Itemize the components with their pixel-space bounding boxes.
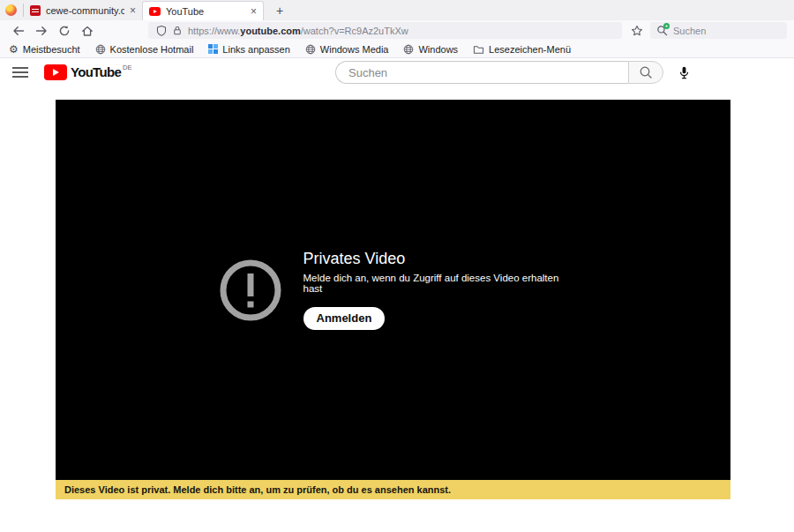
url-prefix: https://www. <box>188 26 240 36</box>
reload-button[interactable] <box>53 22 76 40</box>
browser-window: cewe-community.com/forum/ × YouTube × + … <box>0 0 794 532</box>
firefox-icon[interactable] <box>5 4 17 16</box>
lock-icon <box>172 25 183 36</box>
forward-button[interactable] <box>30 22 53 40</box>
youtube-masthead: YouTube DE <box>0 58 794 86</box>
navigation-toolbar: https://www.youtube.com/watch?v=Rc9Az2uT… <box>0 20 794 41</box>
gear-icon: ⚙ <box>9 44 19 55</box>
close-icon[interactable]: × <box>251 6 257 17</box>
player-error-message: Privates Video Melde dich an, wenn du Zu… <box>303 250 568 330</box>
close-icon[interactable]: × <box>130 5 136 16</box>
youtube-play-icon <box>44 64 67 80</box>
search-placeholder: Suchen <box>673 26 706 36</box>
url-text: https://www.youtube.com/watch?v=Rc9Az2uT… <box>188 26 408 36</box>
globe-icon <box>305 44 316 55</box>
windows-tiles-icon <box>208 44 218 54</box>
tab-cewe-community[interactable]: cewe-community.com/forum/ × <box>24 0 142 20</box>
shield-icon <box>156 25 167 36</box>
add-engine-badge: + <box>663 23 670 29</box>
microphone-icon <box>678 66 691 79</box>
video-player[interactable]: Privates Video Melde dich an, wenn du Zu… <box>56 100 730 480</box>
back-button[interactable] <box>7 22 30 40</box>
search-icon <box>639 65 653 79</box>
bookmark-label: Meistbesucht <box>23 44 80 55</box>
bookmark-links-anpassen[interactable]: Links anpassen <box>208 44 289 55</box>
youtube-search-button[interactable] <box>628 61 663 84</box>
exclamation-circle-icon <box>219 259 282 322</box>
bookmark-label: Links anpassen <box>222 44 289 55</box>
signin-button[interactable]: Anmelden <box>303 307 386 330</box>
bookmark-label: Lesezeichen-Menü <box>489 44 571 55</box>
error-title: Privates Video <box>303 250 568 268</box>
bookmark-windows[interactable]: Windows <box>403 44 458 55</box>
address-bar[interactable]: https://www.youtube.com/watch?v=Rc9Az2uT… <box>148 22 622 39</box>
search-engine-icon: + <box>656 25 668 36</box>
menu-icon[interactable] <box>12 67 28 78</box>
globe-icon <box>95 44 106 55</box>
youtube-logo[interactable]: YouTube DE <box>44 64 131 80</box>
bookmark-meistbesucht[interactable]: ⚙ Meistbesucht <box>9 44 80 55</box>
bookmark-windows-media[interactable]: Windows Media <box>305 44 389 55</box>
tab-title: YouTube <box>166 6 245 17</box>
youtube-wordmark: YouTube <box>71 64 121 80</box>
firefox-search-box[interactable]: + Suchen <box>650 22 787 39</box>
folder-icon <box>473 44 484 55</box>
youtube-favicon <box>149 7 161 16</box>
cewe-favicon <box>30 5 41 16</box>
bookmark-kostenlose-hotmail[interactable]: Kostenlose Hotmail <box>95 44 194 55</box>
bookmark-label: Kostenlose Hotmail <box>110 44 194 55</box>
youtube-search-group <box>335 61 691 84</box>
tab-title: cewe-community.com/forum/ <box>46 5 124 16</box>
home-button[interactable] <box>76 22 99 40</box>
private-video-banner: Dieses Video ist privat. Melde dich bitt… <box>56 480 730 499</box>
url-path: /watch?v=Rc9Az2uTkXw <box>301 26 408 36</box>
bookmark-label: Windows <box>418 44 458 55</box>
voice-search-button[interactable] <box>678 66 691 79</box>
youtube-country-code: DE <box>123 64 131 71</box>
bookmark-star-icon[interactable] <box>627 25 647 37</box>
bookmark-label: Windows Media <box>320 44 389 55</box>
error-subtitle: Melde dich an, wenn du Zugriff auf diese… <box>303 273 568 294</box>
bookmark-lesezeichen-menu[interactable]: Lesezeichen-Menü <box>473 44 571 55</box>
tab-bar: cewe-community.com/forum/ × YouTube × + <box>0 0 794 20</box>
tab-youtube[interactable]: YouTube × <box>142 1 264 20</box>
new-tab-button[interactable]: + <box>273 4 287 18</box>
bookmarks-toolbar: ⚙ Meistbesucht Kostenlose Hotmail Links … <box>0 41 794 58</box>
url-domain: youtube.com <box>240 26 300 36</box>
globe-icon <box>403 44 414 55</box>
youtube-search-input[interactable] <box>335 61 628 84</box>
